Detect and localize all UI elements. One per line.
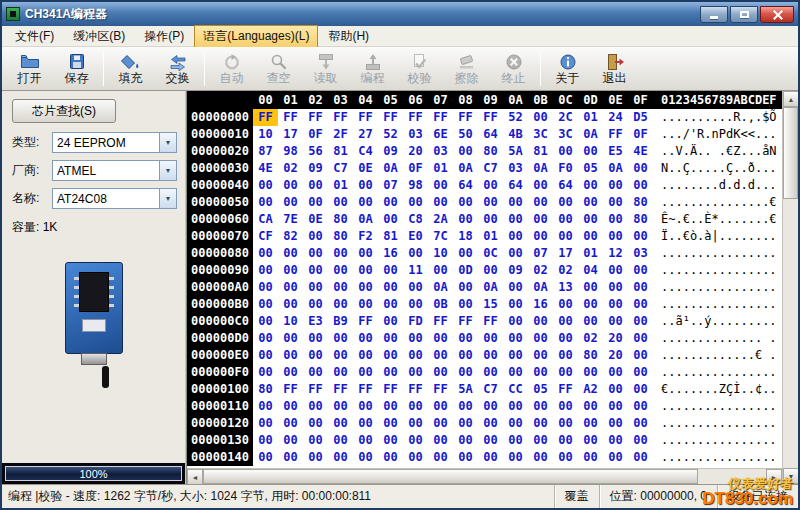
hex-byte-cell[interactable]: 0A xyxy=(428,279,453,296)
hex-byte-cell[interactable]: 00 xyxy=(378,330,403,347)
hex-byte-cell[interactable]: 00 xyxy=(328,262,353,279)
hex-byte-cell[interactable]: 00 xyxy=(278,245,303,262)
hex-byte-cell[interactable]: 04 xyxy=(578,262,603,279)
scroll-up-icon[interactable]: ▲ xyxy=(783,91,799,107)
hex-byte-cell[interactable]: 00 xyxy=(303,262,328,279)
hex-byte-cell[interactable]: 00 xyxy=(478,262,503,279)
hex-byte-cell[interactable]: 00 xyxy=(428,194,453,211)
hex-byte-cell[interactable]: 12 xyxy=(603,245,628,262)
hex-byte-cell[interactable]: 0A xyxy=(528,279,553,296)
hex-byte-cell[interactable]: FD xyxy=(403,313,428,330)
hex-byte-cell[interactable]: 0B xyxy=(428,296,453,313)
hex-byte-cell[interactable]: 2C xyxy=(553,109,578,126)
v-scroll-thumb[interactable] xyxy=(783,107,798,199)
hex-byte-cell[interactable]: 00 xyxy=(253,245,278,262)
hex-byte-cell[interactable]: 09 xyxy=(378,143,403,160)
hex-byte-cell[interactable]: 00 xyxy=(628,313,653,330)
hex-byte-cell[interactable]: 00 xyxy=(553,143,578,160)
hex-byte-cell[interactable]: C4 xyxy=(353,143,378,160)
hex-byte-cell[interactable]: 00 xyxy=(328,245,353,262)
hex-byte-cell[interactable]: 20 xyxy=(403,143,428,160)
hex-byte-cell[interactable]: 81 xyxy=(328,143,353,160)
hex-byte-cell[interactable]: 00 xyxy=(428,432,453,449)
hex-byte-cell[interactable]: 00 xyxy=(403,347,428,364)
hex-byte-cell[interactable]: 00 xyxy=(628,449,653,466)
hex-byte-cell[interactable]: 17 xyxy=(278,126,303,143)
hex-byte-cell[interactable]: 00 xyxy=(328,194,353,211)
hex-byte-cell[interactable]: 00 xyxy=(578,211,603,228)
hex-byte-cell[interactable]: 00 xyxy=(303,245,328,262)
hex-byte-cell[interactable]: C7 xyxy=(478,160,503,177)
hex-byte-cell[interactable]: 52 xyxy=(378,126,403,143)
hex-byte-cell[interactable]: 00 xyxy=(303,177,328,194)
hex-byte-cell[interactable]: 01 xyxy=(478,228,503,245)
hex-byte-cell[interactable]: 00 xyxy=(603,279,628,296)
hex-byte-cell[interactable]: 00 xyxy=(628,415,653,432)
hex-byte-cell[interactable]: FF xyxy=(328,381,353,398)
hex-byte-cell[interactable]: 00 xyxy=(278,432,303,449)
hex-byte-cell[interactable]: FF xyxy=(478,313,503,330)
hex-byte-cell[interactable]: FF xyxy=(303,109,328,126)
menu-item-file[interactable]: 文件(F) xyxy=(6,25,63,48)
hex-byte-cell[interactable]: 01 xyxy=(578,245,603,262)
hex-byte-cell[interactable]: FF xyxy=(428,313,453,330)
hex-byte-cell[interactable]: 00 xyxy=(528,449,553,466)
hex-byte-cell[interactable]: 01 xyxy=(428,160,453,177)
menu-item-help[interactable]: 帮助(H) xyxy=(319,25,378,48)
hex-byte-cell[interactable]: F2 xyxy=(353,228,378,245)
hex-byte-cell[interactable]: 80 xyxy=(578,347,603,364)
hex-byte-cell[interactable]: 00 xyxy=(428,449,453,466)
hex-byte-cell[interactable]: 00 xyxy=(403,398,428,415)
hex-byte-cell[interactable]: 00 xyxy=(628,279,653,296)
hex-byte-cell[interactable]: 00 xyxy=(603,364,628,381)
hex-byte-cell[interactable]: 20 xyxy=(603,347,628,364)
hex-byte-cell[interactable]: 00 xyxy=(503,279,528,296)
hex-byte-cell[interactable]: FF xyxy=(278,381,303,398)
chevron-down-icon[interactable]: ▼ xyxy=(159,161,176,180)
menu-item-language[interactable]: 语言(Languages)(L) xyxy=(194,25,318,48)
hex-byte-cell[interactable]: 00 xyxy=(328,279,353,296)
hex-byte-cell[interactable]: 00 xyxy=(578,279,603,296)
hex-byte-cell[interactable]: 00 xyxy=(253,279,278,296)
hex-byte-cell[interactable]: 00 xyxy=(478,415,503,432)
hex-byte-cell[interactable]: 00 xyxy=(503,211,528,228)
hex-byte-cell[interactable]: 80 xyxy=(628,211,653,228)
hex-byte-cell[interactable]: 00 xyxy=(453,347,478,364)
hex-byte-cell[interactable]: 15 xyxy=(478,296,503,313)
hex-byte-cell[interactable]: 0A xyxy=(453,160,478,177)
hex-byte-cell[interactable]: 00 xyxy=(253,313,278,330)
hex-byte-cell[interactable]: 00 xyxy=(453,432,478,449)
hex-byte-cell[interactable]: 00 xyxy=(553,398,578,415)
hex-byte-cell[interactable]: 00 xyxy=(553,313,578,330)
hex-byte-cell[interactable]: 00 xyxy=(278,449,303,466)
hex-byte-cell[interactable]: 00 xyxy=(628,364,653,381)
hex-byte-cell[interactable]: 00 xyxy=(578,432,603,449)
hex-byte-cell[interactable]: 09 xyxy=(503,262,528,279)
hex-byte-cell[interactable]: 00 xyxy=(328,364,353,381)
hex-byte-cell[interactable]: FF xyxy=(353,313,378,330)
minimize-button[interactable] xyxy=(700,6,728,23)
chevron-down-icon[interactable]: ▼ xyxy=(159,189,176,208)
hex-byte-cell[interactable]: 00 xyxy=(453,330,478,347)
hex-byte-cell[interactable]: 00 xyxy=(603,262,628,279)
hex-byte-cell[interactable]: 00 xyxy=(603,449,628,466)
hex-byte-cell[interactable]: FF xyxy=(453,313,478,330)
hex-byte-cell[interactable]: 02 xyxy=(528,262,553,279)
hex-byte-cell[interactable]: 00 xyxy=(503,194,528,211)
hex-byte-cell[interactable]: 00 xyxy=(528,177,553,194)
hex-byte-cell[interactable]: 00 xyxy=(328,347,353,364)
hex-byte-cell[interactable]: 00 xyxy=(278,415,303,432)
hex-byte-cell[interactable]: 01 xyxy=(328,177,353,194)
hex-byte-cell[interactable]: 10 xyxy=(278,313,303,330)
hex-byte-cell[interactable]: B9 xyxy=(328,313,353,330)
hex-byte-cell[interactable]: FF xyxy=(278,109,303,126)
hex-byte-cell[interactable]: 56 xyxy=(303,143,328,160)
hex-byte-cell[interactable]: FF xyxy=(478,109,503,126)
hex-byte-cell[interactable]: 00 xyxy=(628,228,653,245)
hex-byte-cell[interactable]: 00 xyxy=(553,194,578,211)
hex-byte-cell[interactable]: 52 xyxy=(503,109,528,126)
toolbar-button-about[interactable]: 关于 xyxy=(544,49,591,89)
hex-byte-cell[interactable]: 00 xyxy=(403,364,428,381)
hex-byte-cell[interactable]: 00 xyxy=(253,330,278,347)
hex-byte-cell[interactable]: E5 xyxy=(603,143,628,160)
